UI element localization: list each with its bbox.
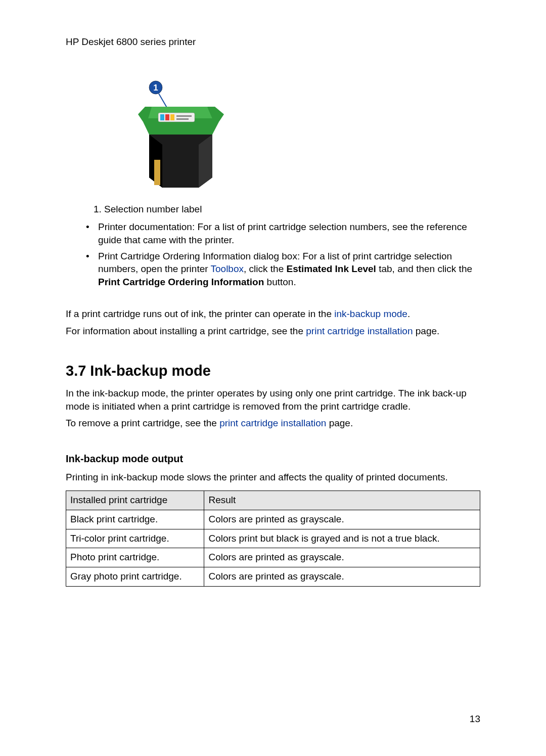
table-header-row: Installed print cartridge Result	[66, 491, 480, 510]
body-text-part: .	[407, 308, 410, 319]
toolbox-link[interactable]: Toolbox	[211, 263, 244, 274]
table-cell: Colors are printed as grayscale.	[204, 548, 480, 567]
table-header-cell: Installed print cartridge	[66, 491, 204, 510]
figure-caption: 1. Selection number label	[94, 203, 480, 216]
estimated-ink-level-label: Estimated Ink Level	[287, 263, 376, 274]
table-cell: Colors are printed as grayscale.	[204, 567, 480, 587]
remove-cartridge-note: To remove a print cartridge, see the pri…	[66, 417, 480, 430]
bullet-text: Printer documentation: For a list of pri…	[98, 221, 467, 245]
table-cell: Black print cartridge.	[66, 510, 204, 529]
subhead-ink-backup-output: Ink-backup mode output	[66, 452, 480, 466]
cartridge-illustration: 1	[134, 79, 480, 193]
bullet-text-part: tab, and then click the	[376, 263, 472, 274]
table-cell: Gray photo print cartridge.	[66, 567, 204, 587]
install-cartridge-note: For information about installing a print…	[66, 325, 480, 338]
bullet-ordering-info: Print Cartridge Ordering Information dia…	[66, 250, 480, 289]
table-row: Gray photo print cartridge. Colors are p…	[66, 567, 480, 587]
table-header-cell: Result	[204, 491, 480, 510]
table-row: Tri-color print cartridge. Colors print …	[66, 529, 480, 548]
ink-backup-results-table: Installed print cartridge Result Black p…	[66, 491, 480, 586]
bullet-text-part: button.	[264, 277, 296, 287]
ink-backup-note: If a print cartridge runs out of ink, th…	[66, 307, 480, 321]
body-text-part: For information about installing a print…	[66, 326, 306, 336]
table-row: Black print cartridge. Colors are printe…	[66, 510, 480, 529]
svg-rect-9	[165, 114, 169, 120]
body-text-part: page.	[326, 418, 353, 428]
callout-number: 1	[153, 83, 158, 93]
subhead-intro: Printing in ink-backup mode slows the pr…	[66, 471, 480, 484]
print-cartridge-installation-link[interactable]: print cartridge installation	[306, 326, 413, 336]
bullet-printer-documentation: Printer documentation: For a list of pri…	[66, 220, 480, 246]
body-text-part: To remove a print cartridge, see the	[66, 418, 219, 428]
table-cell: Colors print but black is grayed and is …	[204, 529, 480, 548]
ink-backup-mode-link[interactable]: ink-backup mode	[334, 308, 407, 319]
table-row: Photo print cartridge. Colors are printe…	[66, 548, 480, 567]
page-header: HP Deskjet 6800 series printer	[66, 35, 480, 49]
section-title-ink-backup: 3.7 Ink-backup mode	[66, 361, 480, 381]
svg-rect-12	[176, 118, 189, 120]
svg-rect-8	[160, 114, 164, 120]
table-cell: Tri-color print cartridge.	[66, 529, 204, 548]
table-cell: Photo print cartridge.	[66, 548, 204, 567]
ordering-info-button-label: Print Cartridge Ordering Information	[98, 277, 264, 287]
cartridge-info-list: Printer documentation: For a list of pri…	[66, 220, 480, 288]
body-text-part: If a print cartridge runs out of ink, th…	[66, 308, 334, 319]
table-cell: Colors are printed as grayscale.	[204, 510, 480, 529]
svg-rect-10	[170, 114, 174, 120]
section-intro: In the ink-backup mode, the printer oper…	[66, 387, 480, 413]
document-page: HP Deskjet 6800 series printer 1	[0, 0, 546, 756]
print-cartridge-installation-link-2[interactable]: print cartridge installation	[219, 418, 326, 428]
body-text-part: page.	[413, 326, 439, 336]
bullet-text-part: , click the	[244, 263, 286, 274]
svg-rect-16	[154, 160, 160, 185]
page-number: 13	[470, 713, 480, 726]
svg-rect-11	[176, 115, 192, 117]
